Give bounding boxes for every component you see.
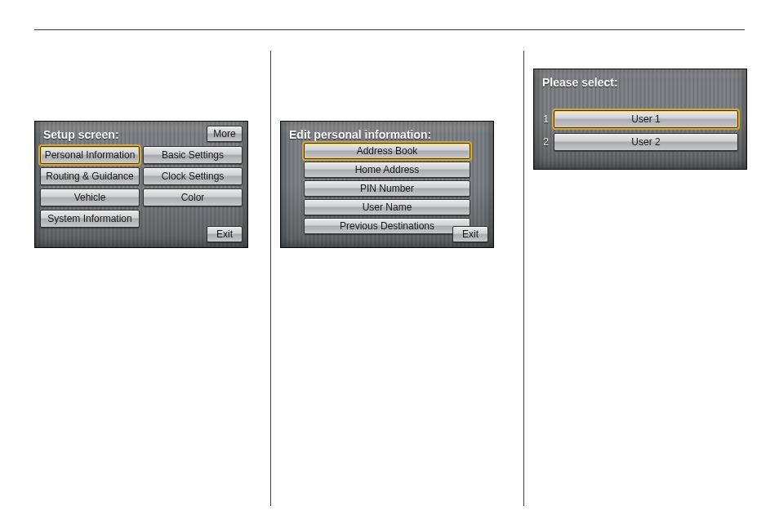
user-1-button[interactable]: User 1 (554, 110, 738, 128)
column-divider-2 (523, 51, 524, 506)
personal-information-button[interactable]: Personal Information (40, 146, 140, 164)
setup-screen-title: Setup screen: (43, 128, 119, 141)
edit-exit-button[interactable]: Exit (452, 226, 488, 242)
edit-menu-list: Address Book Home Address PIN Number Use… (304, 143, 470, 234)
previous-destinations-button[interactable]: Previous Destinations (304, 218, 470, 234)
routing-guidance-button[interactable]: Routing & Guidance (40, 167, 140, 185)
user-name-button[interactable]: User Name (304, 199, 470, 215)
system-information-button[interactable]: System Information (40, 210, 140, 228)
basic-settings-button[interactable]: Basic Settings (143, 146, 243, 164)
vehicle-button[interactable]: Vehicle (40, 188, 140, 206)
setup-exit-button[interactable]: Exit (207, 226, 243, 242)
user-select-list: 1 User 1 2 User 2 (539, 110, 738, 151)
please-select-title: Please select: (542, 76, 618, 89)
home-address-button[interactable]: Home Address (304, 162, 470, 178)
please-select-panel: Please select: 1 User 1 2 User 2 (533, 69, 747, 170)
edit-personal-info-title: Edit personal information: (289, 128, 431, 141)
user-2-button[interactable]: User 2 (554, 133, 738, 151)
user-row: 1 User 1 (539, 110, 738, 128)
row-number: 2 (539, 136, 549, 148)
row-number: 1 (539, 113, 549, 125)
color-button[interactable]: Color (143, 188, 243, 206)
clock-settings-button[interactable]: Clock Settings (143, 167, 243, 185)
more-button[interactable]: More (207, 126, 243, 142)
column-divider-1 (270, 51, 271, 506)
top-rule (34, 29, 745, 30)
edit-personal-info-panel: Edit personal information: Address Book … (280, 121, 494, 248)
pin-number-button[interactable]: PIN Number (304, 180, 470, 197)
address-book-button[interactable]: Address Book (304, 143, 470, 159)
setup-screen-panel: Setup screen: More Personal Information … (34, 121, 248, 248)
setup-button-grid: Personal Information Basic Settings Rout… (40, 146, 243, 228)
user-row: 2 User 2 (539, 133, 738, 151)
